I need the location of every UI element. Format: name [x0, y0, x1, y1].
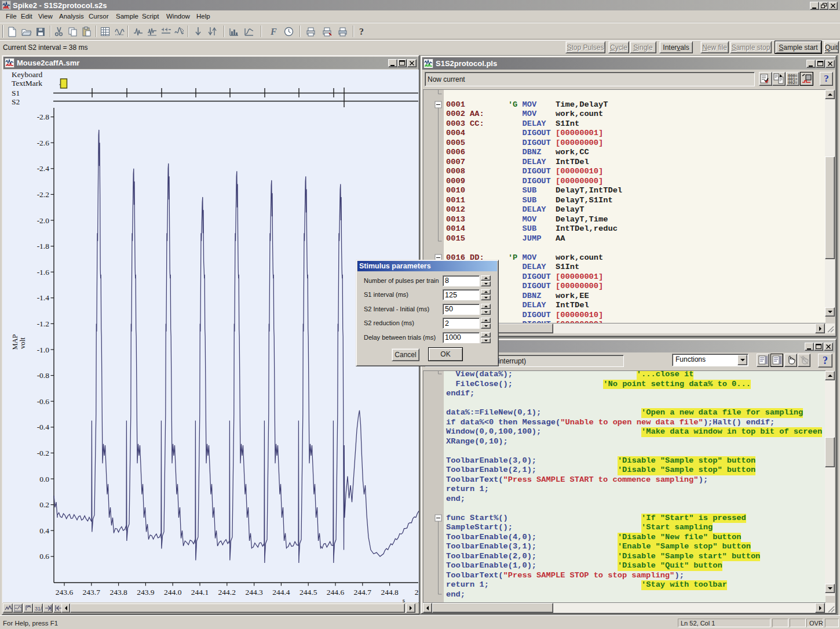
svg-text:243.9: 243.9 — [137, 588, 155, 597]
svg-text:-1.0: -1.0 — [37, 346, 50, 354]
svg-text:s: s — [403, 597, 405, 602]
svg-text:244.4: 244.4 — [272, 588, 290, 597]
svg-text:2: 2 — [415, 588, 419, 597]
svg-text:0.6: 0.6 — [39, 552, 49, 561]
svg-text:0.4: 0.4 — [39, 526, 49, 535]
svg-text:volt: volt — [19, 337, 27, 349]
svg-text:-1.8: -1.8 — [37, 242, 50, 250]
svg-text:-1.6: -1.6 — [37, 268, 50, 277]
svg-text:243.7: 243.7 — [83, 588, 101, 597]
svg-text:244.5: 244.5 — [300, 588, 317, 597]
svg-text:244.3: 244.3 — [245, 588, 263, 597]
svg-text:F: F — [270, 27, 277, 37]
svg-text:244.0: 244.0 — [164, 588, 182, 597]
svg-text:244.2: 244.2 — [218, 588, 236, 597]
svg-text:-1.2: -1.2 — [37, 319, 49, 328]
svg-text:244.6: 244.6 — [327, 588, 345, 597]
svg-text:-2.4: -2.4 — [37, 164, 50, 173]
svg-text:TextMark: TextMark — [12, 79, 42, 88]
svg-text:-2.8: -2.8 — [37, 112, 50, 121]
svg-text:244.8: 244.8 — [381, 588, 399, 597]
svg-text:-0.2: -0.2 — [37, 449, 49, 457]
svg-text:002=: 002= — [788, 81, 798, 85]
svg-text:S2: S2 — [12, 97, 20, 106]
svg-text:243.8: 243.8 — [109, 588, 127, 597]
svg-text:243.6: 243.6 — [56, 588, 74, 597]
svg-text:S1: S1 — [12, 89, 20, 97]
svg-text:MAP: MAP — [11, 334, 19, 350]
svg-text:-2.6: -2.6 — [37, 139, 50, 147]
svg-text:0.2: 0.2 — [39, 500, 49, 509]
svg-text:31/2: 31/2 — [35, 606, 42, 612]
svg-text:0.0: 0.0 — [39, 475, 49, 483]
svg-text:-0.4: -0.4 — [37, 423, 50, 431]
svg-text:244.1: 244.1 — [191, 588, 209, 597]
svg-text:244.7: 244.7 — [354, 588, 372, 597]
svg-text:-0.8: -0.8 — [37, 371, 50, 380]
svg-text:?: ? — [359, 27, 364, 37]
svg-text:-0.6: -0.6 — [37, 397, 50, 406]
svg-text:-1.4: -1.4 — [37, 293, 50, 302]
svg-text:Keyboard: Keyboard — [12, 70, 42, 79]
svg-text:-2.0: -2.0 — [37, 216, 50, 225]
svg-text:-2.2: -2.2 — [37, 190, 49, 199]
